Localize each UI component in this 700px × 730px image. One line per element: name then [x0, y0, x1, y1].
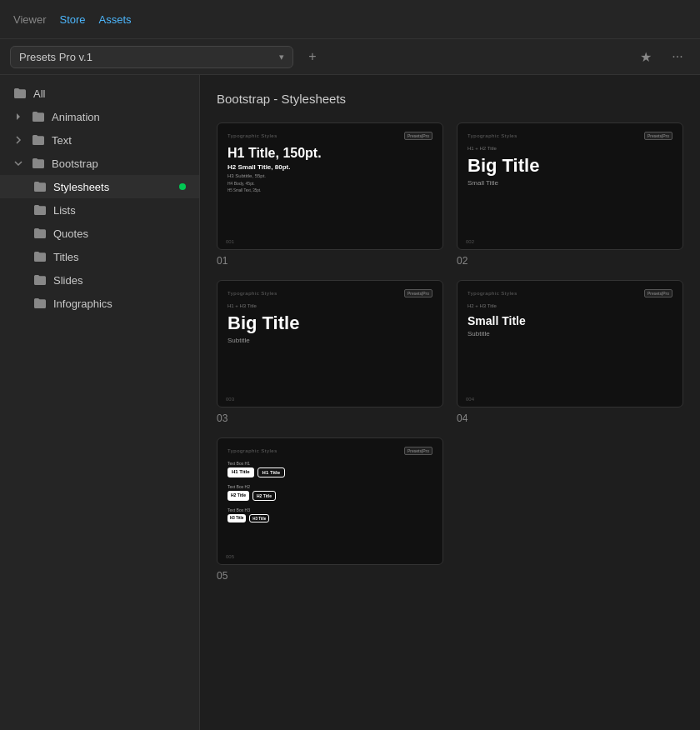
t05-box-h1-solid: H1 Title	[228, 468, 254, 478]
folder-icon	[33, 273, 47, 287]
thumbnail-grid: Typographic Styles Presets|Pro H1 Title,…	[217, 122, 683, 582]
folder-icon	[33, 180, 47, 193]
t02-title: Big Title	[468, 157, 672, 175]
thumbnail-03[interactable]: Typographic Styles Presets|Pro H1 + H3 T…	[217, 280, 443, 424]
t05-box-h1-outline: H1 Title	[258, 468, 286, 478]
sidebar-item-animation[interactable]: Animation	[0, 105, 199, 128]
sidebar-label-lists: Lists	[53, 204, 186, 217]
t01-line3: H3 Subtitle, 55pt.	[228, 173, 432, 178]
t05-label-h3: Text Box H3	[228, 508, 432, 512]
t04-index: 004	[466, 397, 474, 402]
tab-assets[interactable]: Assets	[99, 12, 132, 28]
thumb-number-02: 02	[457, 255, 683, 267]
t01-line4: H4 Body, 45pt.	[228, 181, 432, 186]
add-button[interactable]: +	[300, 44, 325, 69]
brand-text-04: Typographic Styles	[468, 291, 518, 296]
t01-line5: H5 Small Text, 35pt.	[228, 188, 432, 192]
t05-section-h2: Text Box H2 H2 Title H2 Title	[228, 484, 432, 501]
main: All Animation Text	[0, 75, 700, 730]
folder-icon	[33, 250, 47, 263]
t05-box-h3-solid: H3 Title	[228, 514, 246, 522]
folder-icon	[33, 227, 47, 240]
brand-text-03: Typographic Styles	[228, 291, 278, 296]
thumb-card-01[interactable]: Typographic Styles Presets|Pro H1 Title,…	[217, 122, 443, 250]
thumb-card-02[interactable]: Typographic Styles Presets|Pro H1 + H2 T…	[457, 122, 683, 250]
t05-section-h1: Text Box H1 H1 Title H1 Title	[228, 461, 432, 478]
t05-section-h3: Text Box H3 H3 Title H3 Title	[228, 508, 432, 522]
folder-icon	[32, 133, 45, 147]
active-indicator	[179, 183, 186, 190]
t04-subtitle: Subtitle	[468, 330, 672, 338]
thumb-number-04: 04	[457, 412, 683, 424]
sidebar: All Animation Text	[0, 75, 200, 730]
folder-icon	[32, 157, 45, 170]
brand-text-01: Typographic Styles	[228, 133, 278, 138]
sidebar-item-text[interactable]: Text	[0, 128, 199, 152]
sidebar-label-quotes: Quotes	[53, 228, 186, 240]
thumbnail-01[interactable]: Typographic Styles Presets|Pro H1 Title,…	[217, 122, 443, 267]
t02-subtitle: Small Title	[468, 179, 672, 187]
brand-text-05: Typographic Styles	[228, 448, 278, 453]
badge-04: Presets|Pro	[644, 289, 672, 298]
t01-line2: H2 Small Title, 80pt.	[228, 163, 432, 171]
t05-label-h1: Text Box H1	[228, 461, 432, 466]
brand-text-02: Typographic Styles	[468, 133, 518, 138]
chevron-down-icon: ▾	[279, 52, 284, 62]
t01-line1: H1 Title, 150pt.	[228, 146, 432, 161]
t05-box-h3-outline: H3 Title	[249, 514, 269, 522]
thumbnail-05[interactable]: Typographic Styles Presets|Pro Text Box …	[217, 438, 443, 582]
sidebar-label-infographics: Infographics	[53, 298, 186, 310]
t05-label-h2: Text Box H2	[228, 484, 432, 489]
sidebar-label-animation: Animation	[52, 111, 186, 123]
t03-subtitle: Subtitle	[228, 337, 432, 344]
t05-index: 005	[226, 554, 234, 559]
sidebar-item-lists[interactable]: Lists	[0, 198, 199, 222]
preset-dropdown[interactable]: Presets Pro v.1 ▾	[10, 46, 293, 68]
tab-viewer[interactable]: Viewer	[13, 12, 47, 28]
chevron-right-icon	[13, 112, 23, 122]
t02-index: 002	[466, 239, 474, 244]
thumb-number-01: 01	[217, 255, 443, 267]
thumb-card-03[interactable]: Typographic Styles Presets|Pro H1 + H3 T…	[217, 280, 443, 408]
thumbnail-04[interactable]: Typographic Styles Presets|Pro H2 + H3 T…	[457, 280, 683, 424]
sidebar-item-quotes[interactable]: Quotes	[0, 222, 199, 245]
sidebar-label-all: All	[33, 88, 186, 100]
tab-store[interactable]: Store	[60, 12, 86, 28]
t03-title: Big Title	[228, 314, 432, 332]
t02-label: H1 + H2 Title	[468, 146, 672, 151]
sidebar-item-bootstrap[interactable]: Bootstrap	[0, 152, 199, 175]
thumbnail-02[interactable]: Typographic Styles Presets|Pro H1 + H2 T…	[457, 122, 683, 267]
badge-01: Presets|Pro	[404, 132, 432, 140]
preset-label: Presets Pro v.1	[19, 51, 92, 63]
t01-index: 001	[226, 239, 234, 244]
t04-label: H2 + H3 Title	[468, 303, 672, 308]
more-button[interactable]: ···	[665, 44, 690, 69]
preset-bar: Presets Pro v.1 ▾ + ★ ···	[0, 38, 700, 75]
sidebar-item-infographics[interactable]: Infographics	[0, 292, 199, 315]
chevron-right-icon	[13, 135, 23, 145]
content-title: Bootstrap - Stylesheets	[217, 92, 683, 106]
star-button[interactable]: ★	[633, 44, 658, 69]
t04-title: Small Title	[468, 314, 672, 328]
sidebar-item-slides[interactable]: Slides	[0, 268, 199, 292]
sidebar-label-slides: Slides	[53, 274, 186, 287]
t03-index: 003	[226, 397, 234, 402]
t03-label: H1 + H3 Title	[228, 303, 432, 308]
sidebar-item-all[interactable]: All	[0, 82, 199, 105]
top-nav: Viewer Store Assets	[0, 0, 700, 38]
sidebar-item-stylesheets[interactable]: Stylesheets	[0, 175, 199, 198]
thumb-card-04[interactable]: Typographic Styles Presets|Pro H2 + H3 T…	[457, 280, 683, 408]
badge-05: Presets|Pro	[404, 447, 432, 455]
thumb-number-03: 03	[217, 412, 443, 424]
thumb-number-05: 05	[217, 570, 443, 582]
folder-icon	[33, 203, 47, 217]
folder-icon	[13, 87, 27, 100]
thumb-card-05[interactable]: Typographic Styles Presets|Pro Text Box …	[217, 438, 443, 565]
chevron-down-icon	[13, 158, 23, 168]
sidebar-label-stylesheets: Stylesheets	[53, 181, 172, 193]
badge-03: Presets|Pro	[404, 289, 432, 298]
sidebar-item-titles[interactable]: Titles	[0, 245, 199, 268]
sidebar-label-titles: Titles	[53, 251, 186, 263]
folder-icon	[33, 297, 47, 310]
t05-box-h2-outline: H2 Title	[252, 491, 276, 501]
